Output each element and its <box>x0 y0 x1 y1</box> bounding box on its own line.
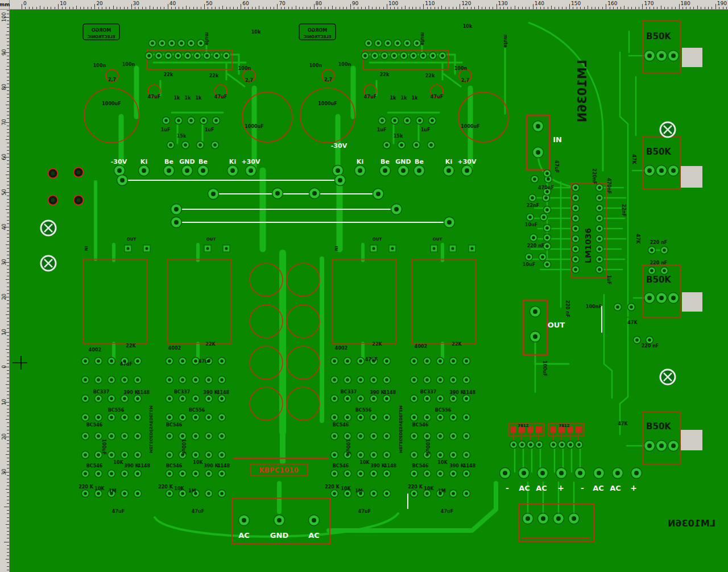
pcb-label[interactable]: 47uF <box>120 362 133 367</box>
pcb-label[interactable]: Be <box>198 159 208 165</box>
pcb-label[interactable]: -30V <box>111 159 127 165</box>
pcb-label[interactable]: 4002 <box>415 345 427 349</box>
pcb-label[interactable]: 220nF <box>592 168 596 184</box>
pcb-label[interactable]: 100n <box>93 64 106 68</box>
pcb-label[interactable]: 2,7 <box>324 78 332 82</box>
pcb-label[interactable]: 47K <box>627 321 637 325</box>
pcb-label[interactable]: BC546 <box>166 464 183 469</box>
pcb-label[interactable]: 22k <box>209 74 218 78</box>
pcb-label[interactable]: BC546 <box>412 423 429 428</box>
pcb-label[interactable]: 10K <box>424 487 433 491</box>
pcb-label[interactable]: 4002 <box>168 346 181 351</box>
pcb-label[interactable]: 4148 <box>137 391 150 395</box>
pcb-label[interactable]: 220 nF <box>527 244 545 248</box>
pcb-label[interactable]: 100nF <box>586 305 602 309</box>
pcb-label[interactable]: 1uF <box>377 128 387 132</box>
pcb-label[interactable]: AC <box>610 484 621 492</box>
pcb-label[interactable]: ELECTRONIC <box>304 35 332 39</box>
pcb-label[interactable]: 10k <box>251 30 260 35</box>
pcb-label[interactable]: 4148 <box>138 464 150 469</box>
pcb-label[interactable]: IN <box>84 246 88 251</box>
pcb-label[interactable]: AC <box>593 484 604 492</box>
pcb-label[interactable]: 1000uF <box>318 102 337 106</box>
pcb-label[interactable]: 47uF <box>441 509 453 514</box>
pcb-label[interactable]: 1000uF <box>102 102 121 106</box>
pcb-label[interactable]: KBPC1010 <box>259 467 298 474</box>
pcb-label[interactable]: BC546 <box>86 423 103 428</box>
pcb-label[interactable]: 22K <box>372 342 382 347</box>
pcb-label[interactable]: OUT <box>206 238 216 242</box>
pcb-label[interactable]: Be <box>415 159 424 165</box>
pcb-label[interactable]: OUT <box>433 238 442 242</box>
pcb-label[interactable]: 220 nF <box>650 261 668 266</box>
pcb-label[interactable]: 1k <box>185 96 191 101</box>
pcb-label[interactable]: 22k <box>425 74 435 78</box>
pcb-label[interactable]: 470nF <box>606 178 611 194</box>
pcb-label[interactable]: 22K <box>126 344 135 349</box>
pcb-label[interactable]: AC <box>308 532 320 539</box>
pcb-label[interactable]: BC546 <box>333 464 349 469</box>
pcb-label[interactable]: - <box>581 484 584 492</box>
pcb-label[interactable]: 47uF <box>148 95 160 100</box>
pcb-label[interactable]: 7812 <box>518 424 528 428</box>
pcb-label[interactable]: 390 K <box>449 391 464 395</box>
pcb-label[interactable]: IN <box>334 246 338 251</box>
pcb-label[interactable]: 22nF <box>621 204 626 217</box>
pcb-label[interactable]: LM1036N <box>668 519 715 528</box>
pcb-label[interactable]: AC <box>536 484 547 492</box>
pcb-label[interactable]: GND <box>395 159 411 165</box>
pcb-label[interactable]: 47uF <box>364 95 377 100</box>
pcb-label[interactable]: 1M <box>355 489 363 494</box>
pcb-label[interactable]: 220 K <box>408 485 423 490</box>
pcb-label[interactable]: 15k <box>394 134 403 139</box>
pcb-label[interactable]: 4148 <box>463 391 475 395</box>
pcb-label[interactable]: BC556 <box>108 408 125 413</box>
pcb-label[interactable]: 1000uF <box>461 125 479 129</box>
pcb-label[interactable]: B50K <box>646 32 671 41</box>
pcb-label[interactable]: 1000uF <box>245 125 263 129</box>
pcb-label[interactable]: 2,7 <box>245 78 253 83</box>
pcb-label[interactable]: 390 K <box>203 391 218 395</box>
pcb-label[interactable]: 47uF <box>358 509 371 514</box>
pcb-label[interactable]: 47K <box>631 154 636 164</box>
pcb-label[interactable]: 220 nF <box>565 300 569 318</box>
pcb-label[interactable]: 220 nF <box>650 241 668 245</box>
pcb-label[interactable]: 47K <box>618 422 627 426</box>
pcb-label[interactable]: B50K <box>646 422 671 431</box>
horizontal-ruler[interactable]: 0102030405060708090100110120130140150160… <box>0 0 728 10</box>
pcb-label[interactable]: 1k <box>390 96 396 101</box>
pcb-label[interactable]: 15k <box>177 134 186 139</box>
pcb-label[interactable]: -30V <box>331 143 347 149</box>
pcb-label[interactable]: Be <box>164 159 173 165</box>
pcb-label[interactable]: BC337 <box>93 390 110 395</box>
pcb-label[interactable]: + <box>630 484 637 492</box>
pcb-label[interactable]: 47uF <box>198 359 211 364</box>
pcb-label[interactable]: MORGO <box>308 28 327 33</box>
pcb-label[interactable]: Ki <box>445 159 452 165</box>
pcb-label[interactable]: 22nF <box>527 204 539 208</box>
pcb-label[interactable]: 390 K <box>124 464 139 469</box>
pcb-label[interactable]: 390 K <box>123 391 138 395</box>
pcb-label[interactable]: 1k <box>412 96 418 101</box>
pcb-label[interactable]: ELECTRONIC <box>88 35 115 39</box>
pcb-label[interactable]: +30V <box>241 159 260 165</box>
pcb-label[interactable]: 10K <box>341 487 350 491</box>
pcb-label[interactable]: MORGO <box>92 28 111 33</box>
pcb-label[interactable]: mute <box>503 34 507 47</box>
pcb-label[interactable]: 22k <box>164 73 173 77</box>
pcb-label[interactable]: - <box>506 484 509 492</box>
pcb-label[interactable]: MELEGEDÉSVÉDELEM <box>148 405 152 453</box>
pcb-label[interactable]: 47uF <box>192 509 204 514</box>
pcb-label[interactable]: 4148 <box>383 391 396 395</box>
pcb-label[interactable]: 4002 <box>89 348 101 353</box>
pcb-label[interactable]: B50K <box>646 276 671 284</box>
pcb-label[interactable]: 220 nF <box>642 344 659 349</box>
pcb-label[interactable]: 1M <box>188 489 196 494</box>
pcb-label[interactable]: 1M <box>109 489 117 494</box>
pcb-label[interactable]: 2,7 <box>108 78 116 82</box>
pcb-label[interactable]: BC546 <box>333 423 349 428</box>
pcb-label[interactable]: 1uF <box>161 128 171 132</box>
pcb-label[interactable]: 1uF <box>606 275 611 285</box>
pcb-label[interactable]: BC556 <box>435 408 452 413</box>
pcb-label[interactable]: 47K <box>635 234 640 243</box>
